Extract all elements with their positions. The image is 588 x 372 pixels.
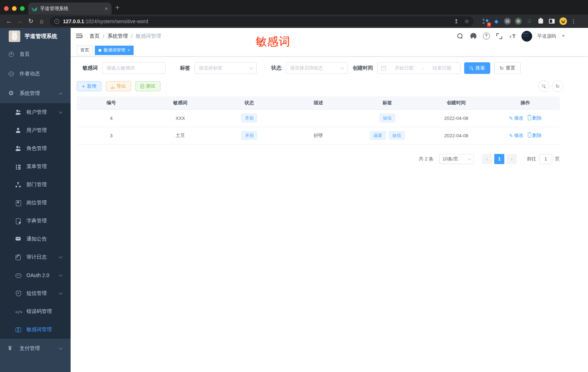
zoom-window-button[interactable]: [20, 6, 25, 11]
sidebar-item-label: 字典管理: [26, 218, 47, 224]
sidebar-item-label: 系统管理: [20, 90, 40, 97]
forward-icon[interactable]: →: [14, 18, 25, 25]
keyword-label: 敏感词: [83, 65, 98, 71]
extensions-puzzle-icon[interactable]: [537, 18, 544, 25]
goto-page-input[interactable]: 1: [539, 154, 552, 164]
user-avatar[interactable]: [521, 31, 532, 42]
sidebar-item-menu[interactable]: 菜单管理: [0, 158, 71, 176]
search-icon: [542, 84, 546, 88]
page-unit-label: 页: [555, 156, 560, 162]
sidebar-item-post[interactable]: 岗位管理: [0, 194, 71, 212]
new-tab-button[interactable]: +: [115, 4, 119, 11]
browser-menu-icon[interactable]: ⋮: [571, 18, 576, 25]
delete-link[interactable]: 删除: [528, 115, 542, 121]
tag-home[interactable]: 首页: [77, 46, 93, 55]
font-size-icon[interactable]: [508, 32, 516, 40]
fullscreen-icon[interactable]: [495, 32, 503, 40]
date-end-placeholder: 结束日期: [428, 65, 457, 71]
cell-created: 2022-04-08: [422, 127, 491, 144]
page-size-select[interactable]: 10条/页: [439, 154, 474, 164]
search-icon[interactable]: [456, 32, 464, 40]
export-button[interactable]: 导出: [106, 81, 131, 91]
breadcrumb-system[interactable]: 系统管理: [108, 33, 128, 39]
extension-area: 9 ◆ ⌘ ☆: [482, 17, 567, 25]
tag-filter-label: 标签: [180, 65, 190, 71]
delete-link[interactable]: 删除: [528, 132, 542, 139]
minimize-window-button[interactable]: [12, 6, 17, 11]
edit-link[interactable]: 修改: [509, 132, 524, 139]
chevron-down-icon: [341, 66, 344, 70]
sidebar-item-oauth[interactable]: OAuth 2.0: [0, 266, 71, 284]
back-icon[interactable]: ←: [4, 18, 14, 25]
browser-tab[interactable]: 芋道管理系统 ×: [28, 3, 112, 14]
keyword-input[interactable]: 请输入敏感词: [102, 62, 165, 74]
table-row: 4 XXX 开启 短信 2022-04-08 修改 删除: [77, 109, 560, 127]
sidebar-item-audit-log[interactable]: 审计日志: [0, 248, 71, 266]
tag-badge: 短信: [389, 131, 405, 140]
user-menu-caret-icon[interactable]: [562, 35, 565, 37]
goto-label: 前往: [527, 156, 536, 162]
edit-link[interactable]: 修改: [509, 115, 524, 121]
extension-record-icon[interactable]: [515, 18, 522, 25]
sidebar-item-home[interactable]: 首页: [0, 45, 71, 64]
tag-select[interactable]: 请选择标签: [194, 62, 257, 74]
sidebar-item-payment[interactable]: 支付管理: [0, 339, 71, 358]
current-page-button[interactable]: 1: [494, 154, 504, 164]
breadcrumb-home[interactable]: 首页: [89, 33, 100, 39]
site-info-icon[interactable]: i: [54, 19, 59, 24]
reset-button[interactable]: 重置: [494, 62, 521, 74]
sidebar-item-label: 错误码管理: [26, 308, 52, 315]
extension-kite-icon[interactable]: ◆: [493, 18, 500, 25]
profile-avatar-icon[interactable]: [559, 17, 567, 25]
sidebar-collapse-icon[interactable]: [76, 34, 82, 38]
cell-word: XXX: [146, 109, 215, 127]
sidebar-item-tenant[interactable]: 租户管理: [0, 103, 71, 121]
col-created: 创建时间: [422, 96, 491, 109]
dashboard-icon: [8, 51, 14, 57]
toggle-search-button[interactable]: [538, 80, 550, 92]
search-form: 敏感词 请输入敏感词 标签 请选择标签 状态 请选择启用状态 创建时间 开始日期…: [83, 62, 588, 74]
sidebar-item-user[interactable]: 用户管理: [0, 121, 71, 139]
extension-command-icon[interactable]: ⌘: [504, 18, 511, 25]
sidebar-item-author-news[interactable]: 作者动态: [0, 64, 71, 84]
side-panel-icon[interactable]: [548, 18, 555, 25]
prev-page-button[interactable]: ‹: [482, 154, 492, 164]
open-book-icon: [15, 327, 21, 333]
add-button[interactable]: 新增: [77, 81, 101, 91]
user-name[interactable]: 芋道源码: [537, 33, 556, 39]
extension-grid-icon[interactable]: 9: [482, 18, 489, 25]
status-select[interactable]: 请选择启用状态: [286, 62, 348, 74]
tab-close-icon[interactable]: ×: [105, 6, 108, 11]
extension-star-icon[interactable]: ☆: [526, 18, 533, 25]
breadcrumb-separator: /: [103, 33, 104, 39]
bookmark-star-icon[interactable]: ☆: [465, 18, 469, 25]
github-icon[interactable]: [469, 32, 477, 40]
sidebar-item-system[interactable]: 系统管理: [0, 84, 71, 103]
date-range-picker[interactable]: 开始日期 - 结束日期: [377, 62, 461, 74]
tag-sensitive-word[interactable]: 敏感词管理 ×: [95, 46, 134, 55]
reload-icon[interactable]: ↻: [25, 17, 36, 25]
close-window-button[interactable]: [4, 6, 9, 11]
sidebar-item-role[interactable]: 角色管理: [0, 139, 71, 158]
sidebar-item-notice[interactable]: 通知公告: [0, 230, 71, 248]
search-button[interactable]: 搜索: [464, 62, 490, 74]
pagination-total: 共 2 条: [419, 156, 433, 162]
browser-tab-title: 芋道管理系统: [40, 5, 101, 12]
breadcrumb: 首页 / 系统管理 / 敏感词管理: [89, 33, 161, 39]
next-page-button[interactable]: ›: [507, 154, 517, 164]
share-icon[interactable]: ↥: [454, 18, 459, 25]
address-bar[interactable]: i 127.0.0.1:1024/system/sensitive-word ↥…: [50, 16, 474, 26]
test-button[interactable]: 测试: [135, 81, 160, 91]
refresh-table-button[interactable]: [552, 80, 563, 92]
app-logo[interactable]: 芋道管理系统: [0, 28, 71, 45]
sidebar-item-department[interactable]: 部门管理: [0, 176, 71, 194]
sidebar-item-sms[interactable]: 短信管理: [0, 284, 71, 302]
sidebar-item-dict[interactable]: 字典管理: [0, 212, 71, 230]
home-icon[interactable]: ⌂: [36, 18, 47, 25]
sidebar-item-error-code[interactable]: 错误码管理: [0, 302, 71, 321]
chevron-down-icon: [59, 255, 63, 258]
sidebar-item-label: 审计日志: [26, 254, 47, 260]
help-icon[interactable]: [482, 32, 490, 40]
tag-close-icon[interactable]: ×: [127, 48, 130, 53]
sidebar-item-sensitive-word[interactable]: 敏感词管理: [0, 321, 71, 339]
